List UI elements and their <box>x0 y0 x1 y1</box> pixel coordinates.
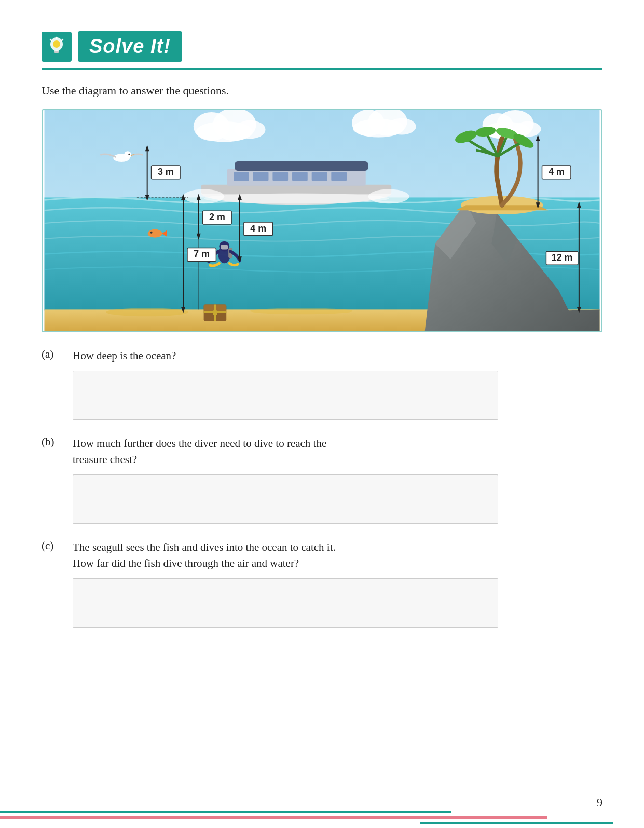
question-c-answer-box[interactable] <box>73 578 498 628</box>
svg-rect-42 <box>235 161 368 171</box>
question-b-label: (b) <box>42 436 73 449</box>
svg-point-49 <box>129 154 130 155</box>
svg-text:4 m: 4 m <box>250 223 266 234</box>
svg-rect-40 <box>312 172 327 181</box>
svg-rect-38 <box>272 172 288 181</box>
header-title-box: Solve It! <box>78 31 182 62</box>
question-a-section: (a) How deep is the ocean? <box>42 348 602 420</box>
svg-rect-34 <box>201 185 392 194</box>
svg-rect-2 <box>54 51 59 53</box>
bottom-line-teal2 <box>420 822 613 824</box>
bottom-line-pink <box>0 816 547 819</box>
question-b-answer-box[interactable] <box>73 474 498 524</box>
bottom-line-teal <box>0 811 451 813</box>
svg-point-59 <box>148 229 162 238</box>
svg-text:7 m: 7 m <box>194 249 210 259</box>
question-a-label: (a) <box>42 348 73 361</box>
header-section: Solve It! <box>42 31 602 70</box>
svg-text:12 m: 12 m <box>552 252 573 263</box>
question-a-row: (a) How deep is the ocean? <box>42 348 602 364</box>
svg-point-45 <box>204 193 389 203</box>
svg-point-22 <box>106 308 188 316</box>
svg-point-6 <box>53 40 60 48</box>
svg-rect-39 <box>292 172 308 181</box>
header-title: Solve It! <box>89 35 171 57</box>
question-c-label: (c) <box>42 539 73 552</box>
question-c-text: The seagull sees the fish and dives into… <box>73 539 336 572</box>
question-c-section: (c) The seagull sees the fish and dives … <box>42 539 602 628</box>
svg-line-5 <box>62 39 63 41</box>
svg-point-11 <box>235 120 265 139</box>
svg-text:3 m: 3 m <box>158 167 174 177</box>
question-a-answer-box[interactable] <box>73 371 498 420</box>
lightbulb-icon <box>47 36 66 57</box>
svg-rect-36 <box>234 172 249 181</box>
svg-rect-41 <box>331 172 347 181</box>
svg-text:4 m: 4 m <box>549 167 565 177</box>
svg-rect-58 <box>214 304 216 321</box>
question-b-row: (b) How much further does the diver need… <box>42 436 602 468</box>
question-c-row: (c) The seagull sees the fish and dives … <box>42 539 602 572</box>
question-b-section: (b) How much further does the diver need… <box>42 436 602 524</box>
svg-line-4 <box>50 39 52 41</box>
diagram-container: 3 m 2 m 4 m 7 m <box>42 109 602 332</box>
svg-point-15 <box>387 118 416 135</box>
svg-rect-52 <box>221 245 228 250</box>
question-b-text: How much further does the diver need to … <box>73 436 326 468</box>
svg-rect-37 <box>253 172 269 181</box>
question-a-text: How deep is the ocean? <box>73 348 176 364</box>
page: Solve It! Use the diagram to answer the … <box>0 0 644 828</box>
page-number: 9 <box>597 796 602 809</box>
instruction-text: Use the diagram to answer the questions. <box>42 84 602 98</box>
svg-point-23 <box>250 308 353 314</box>
svg-point-47 <box>124 151 131 158</box>
diagram-svg: 3 m 2 m 4 m 7 m <box>43 110 601 331</box>
svg-point-61 <box>150 232 153 234</box>
svg-text:2 m: 2 m <box>209 212 225 222</box>
header-icon-box <box>42 32 72 62</box>
